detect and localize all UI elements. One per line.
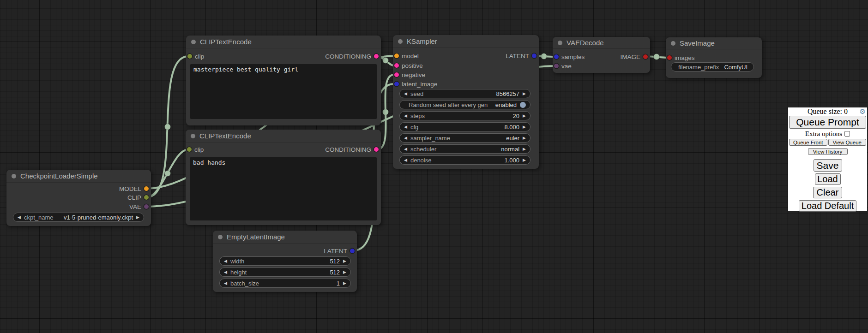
right-arrow-icon[interactable]: ▶ [343,259,346,263]
right-arrow-icon[interactable]: ▶ [523,158,526,162]
right-arrow-icon[interactable]: ▶ [523,136,526,140]
clip-port-icon[interactable] [187,147,192,152]
widget-cfg[interactable]: ◀ cfg 8.000 ▶ [399,122,530,131]
widget-denoise[interactable]: ◀ denoise 1.000 ▶ [399,155,530,165]
right-arrow-icon[interactable]: ▶ [523,125,526,129]
node-clip-text-encode-negative[interactable]: CLIPTextEncode clip CONDITIONING bad han… [186,130,381,225]
widget-filename-prefix[interactable]: filename_prefix ComfyUI [671,62,754,71]
node-title-bar[interactable]: SaveImage [666,37,762,49]
widget-value: 1 [337,280,340,287]
right-arrow-icon[interactable]: ▶ [343,270,346,274]
widget-label: cfg [410,124,418,131]
node-collapse-dot-icon[interactable] [671,41,675,46]
settings-gear-icon[interactable]: ⚙ [860,108,866,115]
left-arrow-icon[interactable]: ◀ [224,259,227,263]
widget-seed[interactable]: ◀ seed 8566257 ▶ [399,89,530,98]
view-history-button[interactable]: View History [808,148,848,155]
slot-label: IMAGE [620,54,640,60]
model-port-icon[interactable] [144,186,149,191]
prompt-textarea[interactable]: bad hands [190,157,377,220]
right-arrow-icon[interactable]: ▶ [523,114,526,118]
left-arrow-icon[interactable]: ◀ [404,136,407,140]
node-title-bar[interactable]: CLIPTextEncode [186,36,381,48]
node-collapse-dot-icon[interactable] [218,235,223,239]
slot-label: negative [402,71,425,78]
widget-width[interactable]: ◀ width 512 ▶ [219,256,351,266]
left-arrow-icon[interactable]: ◀ [224,270,227,274]
widget-value: 1.000 [505,157,520,164]
widget-sampler-name[interactable]: ◀ sampler_name euler ▶ [399,133,530,143]
save-button[interactable]: Save [814,159,842,172]
conditioning-port-icon[interactable] [394,63,399,68]
extra-options-checkbox[interactable] [844,131,850,137]
node-vae-decode[interactable]: VAEDecode samples vae IMAGE [553,37,650,73]
toggle-on-icon[interactable] [520,102,526,108]
queue-front-button[interactable]: Queue Front [789,139,827,146]
latent-port-icon[interactable] [554,54,559,59]
vae-port-icon[interactable] [144,204,149,209]
slot-input-vae: vae [554,61,572,71]
load-button[interactable]: Load [815,173,841,185]
clip-port-icon[interactable] [187,54,192,59]
node-collapse-dot-icon[interactable] [191,134,195,138]
widget-scheduler[interactable]: ◀ scheduler normal ▶ [399,144,530,154]
clear-button[interactable]: Clear [813,187,842,198]
node-ksampler[interactable]: KSampler model positive negative latent_… [393,35,539,169]
model-port-icon[interactable] [394,54,399,58]
slot-input-clip: clip [187,145,204,154]
node-save-image[interactable]: SaveImage images filename_prefix ComfyUI [666,37,762,78]
latent-port-icon[interactable] [394,82,399,86]
slot-input-images: images [667,53,695,62]
image-port-icon[interactable] [643,54,648,59]
widget-steps[interactable]: ◀ steps 20 ▶ [399,111,530,120]
left-arrow-icon[interactable]: ◀ [224,281,227,285]
node-empty-latent-image[interactable]: EmptyLatentImage LATENT ◀ width 512 ▶ ◀ … [213,231,357,292]
latent-port-icon[interactable] [350,249,355,253]
left-arrow-icon[interactable]: ◀ [404,92,407,96]
slot-label: model [402,53,419,59]
left-arrow-icon[interactable]: ◀ [404,158,407,162]
slot-label: clip [195,53,204,60]
view-queue-button[interactable]: View Queue [828,139,867,146]
node-collapse-dot-icon[interactable] [12,174,16,178]
widget-random-seed-toggle[interactable]: Random seed after every gen enabled [399,100,530,109]
widget-value: enabled [495,101,517,108]
node-collapse-dot-icon[interactable] [398,39,403,44]
clip-port-icon[interactable] [144,195,149,200]
node-title: KSampler [407,37,437,45]
node-title-bar[interactable]: CheckpointLoaderSimple [6,170,151,183]
widget-ckpt-name[interactable]: ◀ ckpt_name v1-5-pruned-emaonly.ckpt ▶ [13,213,144,222]
node-collapse-dot-icon[interactable] [191,40,196,44]
prompt-textarea[interactable]: masterpiece best quality girl [190,64,377,119]
node-clip-text-encode-positive[interactable]: CLIPTextEncode clip CONDITIONING masterp… [186,36,381,125]
slot-output-conditioning: CONDITIONING [325,52,379,61]
node-checkpoint-loader-simple[interactable]: CheckpointLoaderSimple MODEL CLIP VAE ◀ … [6,170,151,226]
conditioning-port-icon[interactable] [374,147,379,152]
right-arrow-icon[interactable]: ▶ [136,215,139,220]
vae-port-icon[interactable] [554,64,559,68]
widget-height[interactable]: ◀ height 512 ▶ [219,268,351,277]
node-title-bar[interactable]: CLIPTextEncode [186,130,381,143]
load-default-button[interactable]: Load Default [799,200,856,212]
left-arrow-icon[interactable]: ◀ [18,215,21,220]
node-title-bar[interactable]: KSampler [393,35,539,48]
right-arrow-icon[interactable]: ▶ [343,281,346,285]
conditioning-port-icon[interactable] [394,72,399,77]
slot-input-latent-image: latent_image [394,79,437,89]
node-title-bar[interactable]: EmptyLatentImage [213,231,357,244]
left-arrow-icon[interactable]: ◀ [404,114,407,118]
left-arrow-icon[interactable]: ◀ [404,147,407,151]
node-collapse-dot-icon[interactable] [558,41,562,45]
slot-label: VAE [129,203,141,210]
latent-port-icon[interactable] [532,54,536,58]
left-arrow-icon[interactable]: ◀ [404,125,407,129]
conditioning-port-icon[interactable] [374,54,379,59]
queue-prompt-button[interactable]: Queue Prompt [789,116,866,129]
widget-value: 512 [330,258,340,265]
right-arrow-icon[interactable]: ▶ [523,147,526,151]
node-title-bar[interactable]: VAEDecode [553,37,650,49]
right-arrow-icon[interactable]: ▶ [523,92,526,96]
slot-label: MODEL [119,185,141,192]
widget-batch-size[interactable]: ◀ batch_size 1 ▶ [219,279,351,288]
image-port-icon[interactable] [667,55,672,60]
